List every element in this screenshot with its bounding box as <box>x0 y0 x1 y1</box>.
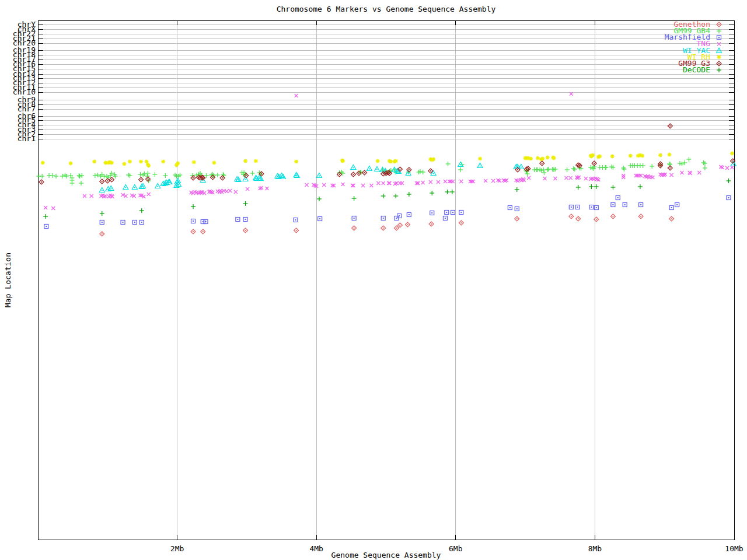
data-point <box>51 206 55 210</box>
data-point <box>190 173 195 178</box>
data-point <box>132 220 137 225</box>
data-point <box>515 216 519 221</box>
data-point <box>295 94 298 97</box>
data-point <box>100 211 104 216</box>
data-point <box>564 176 568 180</box>
data-point <box>147 192 151 196</box>
data-point <box>265 187 268 190</box>
data-point <box>99 188 104 192</box>
data-point <box>569 214 574 219</box>
gridlines <box>38 20 734 540</box>
data-point <box>570 92 573 96</box>
data-point <box>139 220 144 225</box>
y-axis-label: Map Location <box>4 253 12 307</box>
data-point <box>191 229 196 234</box>
data-point <box>591 153 595 158</box>
data-point <box>598 155 602 159</box>
data-point <box>152 172 157 177</box>
data-point <box>139 177 144 182</box>
data-point <box>366 166 372 171</box>
data-point <box>668 124 672 128</box>
data-point <box>477 163 483 168</box>
data-point <box>100 220 104 225</box>
data-point <box>394 159 398 163</box>
data-point <box>576 216 581 221</box>
data-point <box>234 190 238 194</box>
data-point <box>212 161 216 165</box>
legend-marker-star <box>717 55 721 59</box>
data-point <box>445 190 449 194</box>
data-point <box>243 218 247 222</box>
data-point <box>622 176 625 179</box>
data-point <box>458 167 463 172</box>
data-point <box>678 161 682 166</box>
data-point <box>382 181 385 185</box>
data-point <box>163 173 167 178</box>
data-point <box>294 160 298 164</box>
data-point <box>294 228 299 233</box>
data-point <box>96 173 100 177</box>
legend-marker-square-dot <box>717 36 721 40</box>
data-point <box>54 174 58 178</box>
data-point <box>41 161 45 165</box>
data-point <box>369 184 373 187</box>
data-point <box>546 156 550 160</box>
data-point <box>445 211 449 215</box>
data-point <box>658 153 662 158</box>
data-point <box>437 180 440 184</box>
data-point <box>639 203 643 207</box>
data-point <box>569 205 573 209</box>
legend-item-decode: DeCODE <box>683 65 721 74</box>
data-point <box>341 183 345 186</box>
data-point <box>529 157 533 161</box>
data-point <box>387 181 390 185</box>
data-point <box>421 181 425 184</box>
data-point <box>100 232 104 236</box>
data-point <box>576 185 581 190</box>
data-point <box>589 184 594 189</box>
data-point <box>629 154 633 158</box>
plot-frame <box>38 20 734 540</box>
data-point <box>541 167 546 172</box>
data-point <box>589 205 594 209</box>
data-point <box>351 184 354 187</box>
data-point <box>431 171 436 176</box>
data-point <box>93 173 97 178</box>
data-point <box>397 223 402 228</box>
data-point <box>105 178 110 183</box>
data-point <box>39 180 44 184</box>
data-point <box>161 160 165 164</box>
data-point <box>638 184 643 189</box>
data-point <box>191 219 196 223</box>
data-point <box>725 166 729 170</box>
data-point <box>639 174 643 177</box>
data-point <box>546 167 550 172</box>
data-point <box>192 160 196 164</box>
data-point <box>393 194 398 198</box>
data-point <box>650 164 654 169</box>
data-point <box>459 211 463 215</box>
data-point <box>443 216 447 220</box>
data-point <box>553 177 557 180</box>
data-point <box>405 222 410 227</box>
data-point <box>565 167 570 172</box>
data-point <box>622 167 627 172</box>
data-point <box>246 187 249 191</box>
data-point <box>132 185 137 190</box>
data-point <box>352 196 357 201</box>
data-point <box>50 173 55 178</box>
data-point <box>243 228 248 233</box>
data-point <box>675 203 679 207</box>
data-point <box>191 176 196 180</box>
data-point <box>79 173 84 178</box>
data-point <box>508 206 512 210</box>
data-point <box>451 211 455 215</box>
data-point <box>40 174 44 178</box>
data-point <box>60 174 65 178</box>
data-point <box>43 214 48 219</box>
data-point <box>429 180 432 184</box>
data-point <box>228 189 232 192</box>
data-point <box>522 178 526 182</box>
data-point <box>669 206 673 210</box>
data-point <box>515 187 519 192</box>
